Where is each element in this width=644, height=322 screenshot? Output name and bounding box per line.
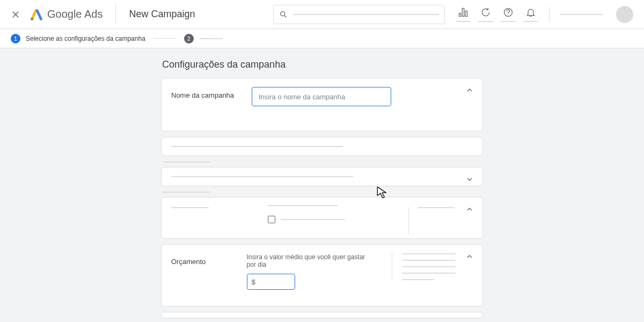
help-icon[interactable] bbox=[501, 7, 516, 22]
chevron-down-icon[interactable] bbox=[465, 175, 474, 186]
currency-symbol: $ bbox=[252, 278, 255, 286]
svg-rect-2 bbox=[459, 13, 461, 16]
settings-card-collapsed-3[interactable] bbox=[161, 312, 483, 318]
section-subheading-2 bbox=[162, 192, 210, 193]
campaign-name-card: Nome da campanha bbox=[161, 78, 483, 131]
google-ads-logo: Google Ads bbox=[30, 8, 103, 21]
svg-rect-4 bbox=[465, 11, 467, 16]
close-icon[interactable] bbox=[11, 10, 20, 19]
main-content: Configurações da campanha Nome da campan… bbox=[0, 48, 644, 322]
budget-description: Insira o valor médio que você quer gasta… bbox=[247, 253, 376, 268]
section-subheading-1 bbox=[162, 162, 210, 163]
app-header: Google Ads New Campaign bbox=[0, 0, 644, 29]
stepper: 1 Selecione as configurações da campanha… bbox=[0, 29, 644, 48]
notifications-icon[interactable] bbox=[523, 7, 538, 22]
page-title: New Campaign bbox=[129, 9, 195, 20]
budget-label: Orçamento bbox=[171, 253, 231, 266]
budget-card: Orçamento Insira o valor médio que você … bbox=[161, 244, 483, 306]
budget-info-panel bbox=[392, 253, 457, 280]
campaign-name-input[interactable] bbox=[252, 87, 391, 106]
header-divider bbox=[115, 5, 116, 24]
step-2-label bbox=[199, 38, 223, 39]
settings-card-collapsed-2[interactable] bbox=[161, 167, 483, 186]
svg-point-0 bbox=[31, 18, 33, 20]
section-title: Configurações da campanha bbox=[162, 59, 483, 70]
chevron-up-icon[interactable] bbox=[465, 86, 474, 97]
chevron-up-icon[interactable] bbox=[465, 252, 474, 263]
svg-point-1 bbox=[281, 11, 285, 16]
step-1-badge[interactable]: 1 bbox=[11, 34, 20, 43]
settings-card-expanded bbox=[161, 197, 483, 239]
budget-input[interactable]: $ bbox=[247, 274, 295, 290]
step-2-badge[interactable]: 2 bbox=[184, 34, 194, 43]
header-icon-group bbox=[456, 6, 633, 23]
search-icon bbox=[279, 10, 288, 19]
account-label bbox=[560, 14, 603, 15]
ads-logo-icon bbox=[30, 8, 43, 21]
step-1-label: Selecione as configurações da campanha bbox=[26, 35, 145, 42]
campaign-name-label: Nome da campanha bbox=[171, 87, 236, 99]
svg-point-6 bbox=[508, 14, 508, 14]
option-checkbox[interactable] bbox=[268, 216, 275, 223]
checkbox-label bbox=[281, 219, 345, 220]
avatar[interactable] bbox=[616, 6, 633, 23]
settings-card-collapsed-1[interactable] bbox=[161, 137, 483, 156]
svg-rect-3 bbox=[462, 8, 464, 16]
search-input[interactable] bbox=[273, 5, 445, 24]
reports-icon[interactable] bbox=[456, 7, 471, 22]
logo-text: Google Ads bbox=[47, 8, 103, 20]
refresh-icon[interactable] bbox=[478, 7, 493, 22]
